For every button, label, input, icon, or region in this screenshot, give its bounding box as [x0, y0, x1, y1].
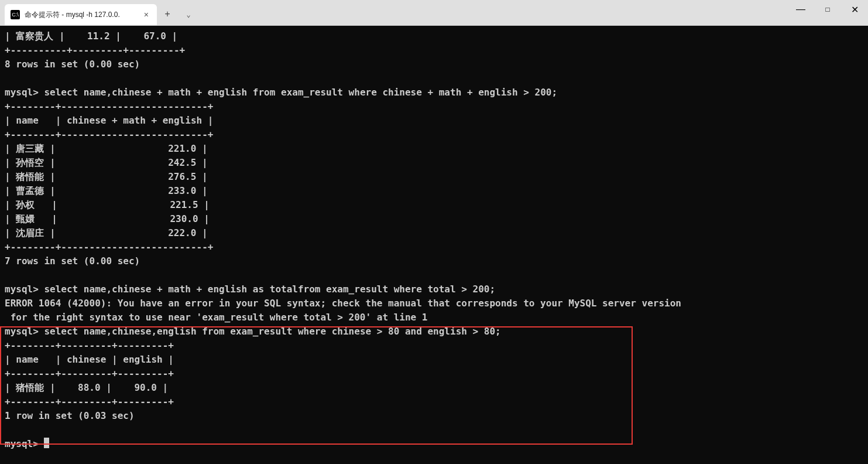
table-border: +--------+---------+---------+ [5, 340, 174, 351]
table-row: | 猪悟能 | 276.5 | [5, 171, 208, 182]
close-tab-icon[interactable]: × [142, 10, 151, 19]
maximize-icon: □ [825, 5, 829, 13]
prompt: mysql> [5, 438, 39, 449]
error-line: for the right syntax to use near 'exam_r… [5, 312, 427, 323]
titlebar: C:\ 命令提示符 - mysql -h 127.0.0. × + ⌄ — □ … [0, 0, 868, 26]
text-cursor [44, 438, 49, 448]
table-border: +--------+---------+---------+ [5, 368, 174, 379]
table-row: | 甄嬛 | 230.0 | [5, 213, 210, 224]
query: select name,chinese + math + english as … [44, 284, 495, 295]
table-row: | 沈眉庄 | 222.0 | [5, 227, 208, 238]
table-border: +--------+---------+---------+ [5, 396, 174, 407]
cmd-icon: C:\ [11, 10, 20, 19]
minimize-button[interactable]: — [787, 0, 814, 19]
plus-icon: + [164, 9, 170, 20]
table-header: | name | chinese | english | [5, 354, 174, 365]
close-window-button[interactable]: ✕ [841, 0, 868, 19]
output-line: +----------+---------+---------+ [5, 45, 185, 56]
table-header: | name | chinese + math + english | [5, 115, 213, 126]
prompt: mysql> [5, 87, 39, 98]
query: select name,chinese + math + english fro… [44, 87, 557, 98]
output-line: 7 rows in set (0.00 sec) [5, 255, 140, 267]
table-row: | 唐三藏 | 221.0 | [5, 143, 208, 154]
tab-active[interactable]: C:\ 命令提示符 - mysql -h 127.0.0. × [5, 4, 157, 25]
minimize-icon: — [796, 4, 805, 15]
window-controls: — □ ✕ [787, 0, 868, 26]
tab-title: 命令提示符 - mysql -h 127.0.0. [25, 10, 137, 20]
prompt: mysql> [5, 284, 39, 295]
close-icon: ✕ [851, 4, 859, 15]
chevron-down-icon: ⌄ [186, 11, 190, 19]
maximize-button[interactable]: □ [814, 0, 841, 19]
table-row: | 猪悟能 | 88.0 | 90.0 | [5, 382, 168, 393]
tab-dropdown-button[interactable]: ⌄ [178, 4, 199, 25]
table-row: | 孙权 | 221.5 | [5, 199, 210, 210]
table-border: +--------+--------------------------+ [5, 241, 213, 253]
new-tab-button[interactable]: + [157, 4, 178, 25]
table-row: | 孙悟空 | 242.5 | [5, 157, 208, 168]
error-line: ERROR 1064 (42000): You have an error in… [5, 298, 681, 309]
table-border: +--------+--------------------------+ [5, 129, 213, 140]
output-line: 1 row in set (0.03 sec) [5, 410, 135, 421]
output-line: | 富察贵人 | 11.2 | 67.0 | [5, 30, 177, 42]
terminal-output[interactable]: | 富察贵人 | 11.2 | 67.0 | +----------+-----… [0, 26, 868, 464]
table-border: +--------+--------------------------+ [5, 101, 213, 112]
output-line: 8 rows in set (0.00 sec) [5, 59, 140, 70]
prompt: mysql> [5, 326, 39, 337]
query: select name,chinese,english from exam_re… [44, 326, 500, 337]
table-row: | 曹孟德 | 233.0 | [5, 185, 208, 196]
